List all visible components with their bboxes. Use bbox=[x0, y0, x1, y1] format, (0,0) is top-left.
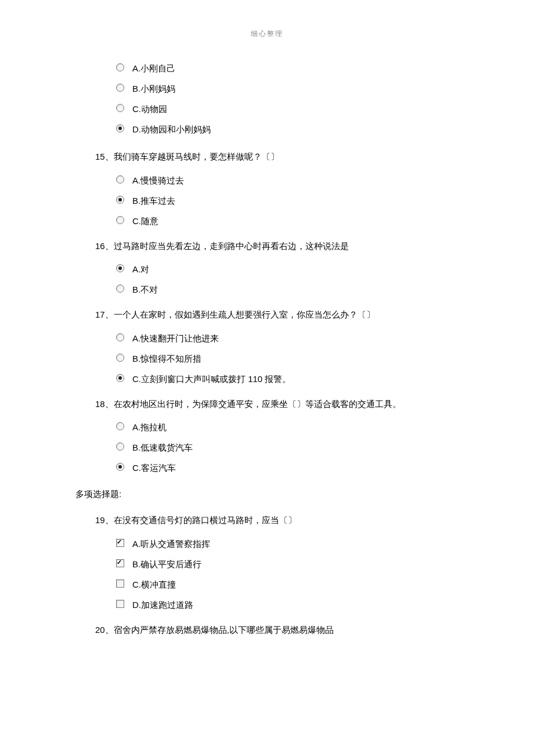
option-row[interactable]: C.动物园 bbox=[116, 103, 459, 115]
question-text: 19、在没有交通信号灯的路口横过马路时，应当〔〕 bbox=[95, 514, 459, 527]
option-row[interactable]: B.不对 bbox=[116, 283, 459, 296]
radio-icon[interactable] bbox=[116, 196, 124, 204]
option-text: C.横冲直撞 bbox=[132, 578, 176, 591]
option-text: B.推车过去 bbox=[132, 195, 175, 207]
question-17: 17、一个人在家时，假如遇到生疏人想要强行入室，你应当怎么办？〔〕 A.快速翻开… bbox=[75, 308, 459, 385]
question-text: 16、过马路时应当先看左边，走到路中心时再看右边，这种说法是 bbox=[95, 240, 459, 253]
option-row[interactable]: B.推车过去 bbox=[116, 195, 459, 207]
radio-icon[interactable] bbox=[116, 104, 124, 112]
option-row[interactable]: C.横冲直撞 bbox=[116, 578, 459, 591]
option-text: B.不对 bbox=[132, 283, 158, 296]
checkbox-icon[interactable] bbox=[116, 579, 124, 588]
option-row[interactable]: B.确认平安后通行 bbox=[116, 558, 459, 570]
question-16: 16、过马路时应当先看左边，走到路中心时再看右边，这种说法是 A.对 B.不对 bbox=[75, 240, 459, 296]
question-text: 20、宿舍内严禁存放易燃易爆物品,以下哪些属于易燃易爆物品 bbox=[95, 624, 459, 637]
option-row[interactable]: C.立刻到窗口大声叫喊或拨打 110 报警。 bbox=[116, 373, 459, 385]
checkbox-icon[interactable] bbox=[116, 559, 124, 567]
option-text: D.加速跑过道路 bbox=[132, 599, 193, 611]
radio-icon[interactable] bbox=[116, 124, 124, 132]
radio-icon[interactable] bbox=[116, 285, 124, 293]
radio-icon[interactable] bbox=[116, 264, 124, 272]
option-row[interactable]: B.小刚妈妈 bbox=[116, 82, 459, 95]
option-row[interactable]: D.动物园和小刚妈妈 bbox=[116, 123, 459, 135]
option-text: A.对 bbox=[132, 263, 149, 275]
option-row[interactable]: A.快速翻开门让他进来 bbox=[116, 332, 459, 344]
option-row[interactable]: C.随意 bbox=[116, 215, 459, 227]
option-text: C.随意 bbox=[132, 215, 158, 227]
option-text: C.动物园 bbox=[132, 103, 167, 115]
radio-icon[interactable] bbox=[116, 175, 124, 183]
option-text: A.慢慢骑过去 bbox=[132, 174, 184, 186]
option-row[interactable]: C.客运汽车 bbox=[116, 462, 459, 474]
option-text: A.拖拉机 bbox=[132, 421, 167, 433]
option-row[interactable]: B.惊惶得不知所措 bbox=[116, 352, 459, 365]
option-row[interactable]: A.拖拉机 bbox=[116, 421, 459, 433]
option-text: D.动物园和小刚妈妈 bbox=[132, 123, 211, 135]
radio-icon[interactable] bbox=[116, 463, 124, 471]
option-text: B.惊惶得不知所措 bbox=[132, 352, 201, 365]
question-text: 15、我们骑车穿越斑马线时，要怎样做呢？〔〕 bbox=[95, 150, 459, 164]
question-19: 19、在没有交通信号灯的路口横过马路时，应当〔〕 A.听从交通警察指挥 B.确认… bbox=[75, 514, 459, 611]
question-20: 20、宿舍内严禁存放易燃易爆物品,以下哪些属于易燃易爆物品 bbox=[75, 624, 459, 637]
checkbox-icon[interactable] bbox=[116, 539, 124, 547]
option-text: A.快速翻开门让他进来 bbox=[132, 332, 219, 344]
option-text: C.立刻到窗口大声叫喊或拨打 110 报警。 bbox=[132, 373, 291, 385]
page-header: 细心整理 bbox=[75, 29, 459, 39]
radio-icon[interactable] bbox=[116, 354, 124, 362]
radio-icon[interactable] bbox=[116, 333, 124, 341]
option-row[interactable]: A.听从交通警察指挥 bbox=[116, 538, 459, 550]
radio-icon[interactable] bbox=[116, 63, 124, 71]
option-text: A.小刚自己 bbox=[132, 62, 175, 74]
question-15: 15、我们骑车穿越斑马线时，要怎样做呢？〔〕 A.慢慢骑过去 B.推车过去 C.… bbox=[75, 150, 459, 227]
option-text: B.确认平安后通行 bbox=[132, 558, 201, 570]
option-row[interactable]: A.慢慢骑过去 bbox=[116, 174, 459, 186]
question-text: 17、一个人在家时，假如遇到生疏人想要强行入室，你应当怎么办？〔〕 bbox=[95, 308, 459, 322]
option-row[interactable]: A.对 bbox=[116, 263, 459, 275]
question-text: 18、在农村地区出行时，为保障交通平安，应乘坐〔〕等适合载客的交通工具。 bbox=[95, 398, 459, 411]
radio-icon[interactable] bbox=[116, 84, 124, 92]
radio-icon[interactable] bbox=[116, 216, 124, 224]
radio-icon[interactable] bbox=[116, 442, 124, 451]
option-row[interactable]: A.小刚自己 bbox=[116, 62, 459, 74]
checkbox-icon[interactable] bbox=[116, 600, 124, 608]
option-text: B.小刚妈妈 bbox=[132, 82, 175, 95]
option-text: A.听从交通警察指挥 bbox=[132, 538, 210, 550]
section-heading-multi: 多项选择题: bbox=[75, 489, 459, 500]
option-row[interactable]: D.加速跑过道路 bbox=[116, 599, 459, 611]
option-text: B.低速载货汽车 bbox=[132, 441, 193, 453]
radio-icon[interactable] bbox=[116, 374, 124, 382]
option-text: C.客运汽车 bbox=[132, 462, 176, 474]
radio-icon[interactable] bbox=[116, 422, 124, 430]
q14-options: A.小刚自己 B.小刚妈妈 C.动物园 D.动物园和小刚妈妈 bbox=[116, 62, 459, 135]
question-18: 18、在农村地区出行时，为保障交通平安，应乘坐〔〕等适合载客的交通工具。 A.拖… bbox=[75, 398, 459, 474]
option-row[interactable]: B.低速载货汽车 bbox=[116, 441, 459, 453]
